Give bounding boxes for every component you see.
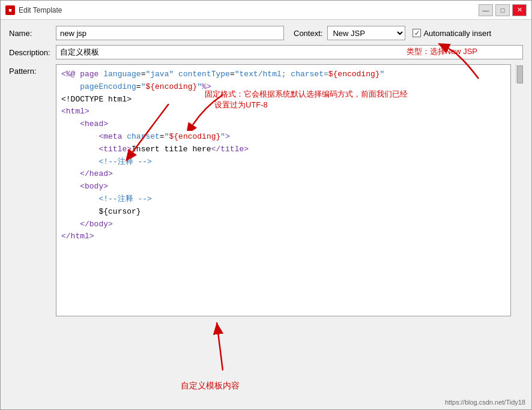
scrollbar[interactable] [516, 64, 523, 83]
code-line-4: <html> [61, 106, 506, 118]
window-controls: — □ ✕ [479, 4, 527, 16]
code-line-10: <body> [61, 181, 506, 193]
auto-insert-label: Automatically insert [423, 29, 491, 38]
name-input[interactable] [56, 26, 284, 40]
context-label: Context: [294, 29, 322, 38]
checkbox-check: ✓ [414, 29, 420, 37]
dialog-content: Name: Context: New JSP ✓ Automatically i… [1, 20, 531, 409]
titlebar: ■ Edit Template — □ ✕ [1, 1, 531, 20]
code-line-11: <!--注释 --> [61, 193, 506, 206]
code-line-13: </body> [61, 219, 506, 231]
pattern-area: Pattern: <%@ page language="java" conten… [9, 64, 523, 403]
description-input[interactable] [56, 45, 523, 59]
edit-template-window: ■ Edit Template — □ ✕ Name: Context: New… [0, 0, 532, 410]
name-row: Name: Context: New JSP ✓ Automatically i… [9, 26, 523, 40]
name-label: Name: [9, 29, 51, 38]
code-line-2: pageEncoding="${encoding}"%> [61, 81, 506, 94]
close-button[interactable]: ✕ [512, 4, 527, 16]
description-label: Description: [9, 48, 51, 57]
pattern-label: Pattern: [9, 64, 51, 76]
window-title: Edit Template [19, 6, 479, 14]
description-row: Description: [9, 45, 523, 59]
auto-insert-area: ✓ Automatically insert [413, 29, 491, 38]
code-line-7: <title>Insert title here</title> [61, 143, 506, 156]
code-line-12: ${cursor} [61, 206, 506, 219]
code-line-5: <head> [61, 118, 506, 131]
context-select[interactable]: New JSP [327, 26, 405, 40]
auto-insert-checkbox[interactable]: ✓ [413, 29, 421, 37]
scroll-thumb[interactable] [517, 65, 523, 83]
minimize-button[interactable]: — [479, 4, 493, 16]
code-editor[interactable]: <%@ page language="java" contentType="te… [56, 64, 511, 316]
code-line-8: <!--注释 --> [61, 156, 506, 169]
code-line-9: </head> [61, 168, 506, 181]
watermark: https://blog.csdn.net/Tidy18 [445, 399, 525, 406]
code-line-1: <%@ page language="java" contentType="te… [61, 68, 506, 81]
code-line-14: </html> [61, 231, 506, 243]
app-icon: ■ [5, 5, 15, 15]
code-line-3: <!DOCTYPE html> [61, 94, 506, 106]
maximize-button[interactable]: □ [495, 4, 510, 16]
code-line-6: <meta charset="${encoding}"> [61, 131, 506, 143]
